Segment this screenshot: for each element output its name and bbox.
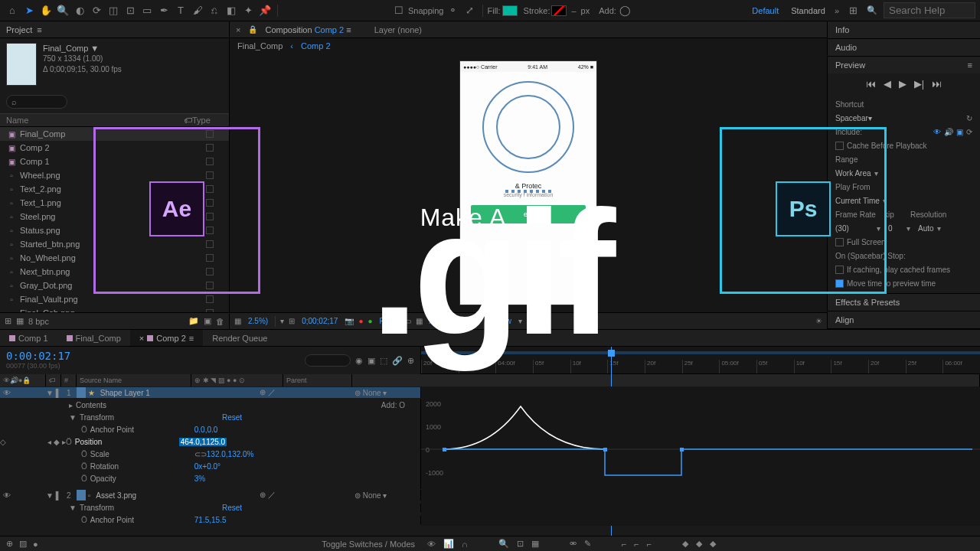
timeline-tab-comp2[interactable]: ×Comp 2 ≡ bbox=[130, 330, 203, 346]
zoom-tool-icon[interactable]: 🔍 bbox=[55, 3, 70, 18]
next-frame-icon[interactable]: ▶| bbox=[914, 78, 924, 90]
region-icon[interactable]: ▭ bbox=[404, 317, 411, 325]
channel-icon[interactable]: ● bbox=[358, 317, 363, 325]
timeline-tab-final[interactable]: Final_Comp bbox=[57, 330, 130, 346]
ge-key1-icon[interactable]: ◆ bbox=[682, 539, 688, 549]
ge-snap-icon[interactable]: ∩ bbox=[462, 540, 468, 549]
timeline-ruler[interactable]: 20f25f04:00f05f10f15f20f25f05:00f05f10f1… bbox=[421, 347, 980, 374]
shortcut-dropdown[interactable]: Spacebar ▾ bbox=[835, 114, 872, 122]
add-mode-icon[interactable]: ◯ bbox=[618, 3, 633, 18]
roto-tool-icon[interactable]: ✦ bbox=[240, 3, 256, 18]
exposure-icon[interactable]: ☀ bbox=[815, 317, 822, 325]
preview-panel-header[interactable]: Preview≡ bbox=[828, 57, 980, 73]
interpret-icon[interactable]: ⊞ bbox=[5, 316, 11, 326]
pen-tool-icon[interactable]: ✒ bbox=[156, 3, 172, 18]
play-icon[interactable]: ▶ bbox=[899, 78, 906, 90]
col-type[interactable]: Type bbox=[192, 116, 223, 125]
snap-opt-icon[interactable]: ⚬ bbox=[446, 3, 461, 18]
channel2-icon[interactable]: ● bbox=[368, 317, 372, 325]
workspace-default[interactable]: Default bbox=[749, 6, 782, 15]
ge-edit-icon[interactable]: ✎ bbox=[584, 539, 591, 549]
layer-search[interactable] bbox=[305, 354, 351, 367]
workspace-standard[interactable]: Standard bbox=[788, 6, 828, 15]
new-folder-icon[interactable]: 📁 bbox=[188, 316, 199, 326]
tl-tool4-icon[interactable]: 🔗 bbox=[392, 356, 403, 366]
res-value[interactable]: Auto bbox=[918, 224, 934, 233]
search-help-input[interactable] bbox=[884, 2, 975, 18]
tl-tool1-icon[interactable]: ◉ bbox=[355, 356, 363, 366]
snapshot-icon[interactable]: 📷 bbox=[345, 317, 354, 325]
layer-list[interactable]: 👁 ▼ ▌1★Shape Layer 1⊕ ／ ⊚ None ▾▸ Conten… bbox=[0, 386, 980, 526]
res-down-icon[interactable]: ▾ bbox=[280, 317, 284, 325]
close-tab-icon[interactable]: × bbox=[236, 25, 240, 34]
render-icon[interactable]: ▦ bbox=[16, 316, 24, 326]
lock-icon[interactable]: 🔒 bbox=[248, 25, 257, 34]
project-panel-header[interactable]: Project ≡ bbox=[0, 21, 229, 38]
project-item[interactable]: ▫Final_Vault.png bbox=[0, 292, 229, 306]
ge-zoom-icon[interactable]: 🔍 bbox=[498, 539, 509, 549]
comp-tab-label[interactable]: Composition Comp 2 ≡ bbox=[265, 25, 351, 34]
snap-opt2-icon[interactable]: ⤢ bbox=[462, 3, 478, 18]
breadcrumb-item[interactable]: Final_Comp bbox=[237, 41, 283, 51]
include-overlay-icon[interactable]: ▣ bbox=[956, 128, 963, 136]
tl-tool5-icon[interactable]: ⊕ bbox=[407, 356, 414, 366]
last-frame-icon[interactable]: ⏭ bbox=[932, 78, 942, 90]
prev-frame-icon[interactable]: ◀ bbox=[884, 78, 891, 90]
frame-blend-icon[interactable]: ▨ bbox=[19, 539, 27, 549]
ge-graph-icon[interactable]: 📊 bbox=[443, 539, 454, 549]
graph-editor[interactable]: 200010000-1000 bbox=[421, 399, 980, 489]
panel-menu-icon[interactable]: ≡ bbox=[37, 25, 41, 34]
stroke-swatch[interactable] bbox=[551, 5, 567, 16]
ge-ease2-icon[interactable]: ⌐ bbox=[634, 540, 639, 549]
zoom-level[interactable]: 2.5%) bbox=[246, 317, 270, 325]
include-video-icon[interactable]: 👁 bbox=[933, 128, 941, 136]
fill-swatch[interactable] bbox=[502, 5, 518, 16]
camera-menu[interactable]: Active Camera bbox=[427, 317, 482, 325]
viewer-time[interactable]: 0;00;02;17 bbox=[299, 317, 340, 325]
overflow-icon[interactable]: » bbox=[835, 6, 839, 15]
skip-value[interactable]: 0 bbox=[888, 224, 903, 233]
rotate-tool-icon[interactable]: ⟳ bbox=[89, 3, 104, 18]
ge-eye-icon[interactable]: 👁 bbox=[427, 540, 436, 549]
comp-thumbnail[interactable] bbox=[6, 43, 37, 86]
ge-key2-icon[interactable]: ◆ bbox=[696, 539, 702, 549]
effects-panel-header[interactable]: Effects & Presets bbox=[828, 294, 980, 311]
col-tag-icon[interactable]: 🏷 bbox=[184, 116, 192, 125]
toggle-switches[interactable]: Toggle Switches / Modes bbox=[322, 540, 415, 549]
tl-tool2-icon[interactable]: ▣ bbox=[368, 356, 375, 366]
selection-tool-icon[interactable]: ➤ bbox=[21, 3, 37, 18]
transparency-icon[interactable]: ▦ bbox=[416, 317, 423, 325]
new-comp-icon[interactable]: ▣ bbox=[204, 316, 211, 326]
eraser-tool-icon[interactable]: ◧ bbox=[224, 3, 239, 18]
ge-auto-icon[interactable]: ▦ bbox=[531, 539, 539, 549]
home-tool-icon[interactable]: ⌂ bbox=[5, 3, 20, 18]
project-search[interactable]: ⌕ bbox=[6, 95, 67, 109]
source-col[interactable]: Source Name bbox=[77, 374, 191, 386]
brush-tool-icon[interactable]: 🖌 bbox=[190, 3, 205, 18]
audio-panel-header[interactable]: Audio bbox=[828, 39, 980, 56]
timeline-tab-render[interactable]: Render Queue bbox=[203, 330, 276, 346]
ge-fit-icon[interactable]: ⊡ bbox=[517, 539, 524, 549]
clone-tool-icon[interactable]: ⎌ bbox=[207, 3, 222, 18]
viewer-menu-icon[interactable]: ▦ bbox=[234, 317, 241, 325]
shape-tool-icon[interactable]: ▭ bbox=[139, 3, 155, 18]
type-tool-icon[interactable]: T bbox=[173, 3, 188, 18]
view-menu[interactable]: 1 View bbox=[486, 317, 514, 325]
first-frame-icon[interactable]: ⏮ bbox=[866, 78, 876, 90]
timeline-tab-comp1[interactable]: Comp 1 bbox=[0, 330, 57, 346]
col-name[interactable]: Name bbox=[6, 116, 184, 125]
stroke-width[interactable]: – bbox=[568, 6, 579, 15]
ge-key3-icon[interactable]: ◆ bbox=[710, 539, 716, 549]
motion-blur-icon[interactable]: ● bbox=[33, 540, 38, 549]
include-audio-icon[interactable]: 🔊 bbox=[944, 128, 953, 136]
ge-ease3-icon[interactable]: ⌐ bbox=[647, 540, 652, 549]
bpc-label[interactable]: 8 bpc bbox=[28, 317, 49, 326]
workspace-switch-icon[interactable]: ⊞ bbox=[845, 3, 861, 18]
reset-icon[interactable]: ↻ bbox=[966, 114, 972, 122]
shy-icon[interactable]: ⊕ bbox=[6, 539, 13, 549]
panel-menu-icon[interactable]: ≡ bbox=[968, 60, 972, 70]
hand-tool-icon[interactable]: ✋ bbox=[38, 3, 54, 18]
pan-behind-tool-icon[interactable]: ⊡ bbox=[122, 3, 138, 18]
snap-checkbox[interactable]: ☐ bbox=[391, 3, 407, 18]
breadcrumb-active[interactable]: Comp 2 bbox=[301, 41, 331, 51]
